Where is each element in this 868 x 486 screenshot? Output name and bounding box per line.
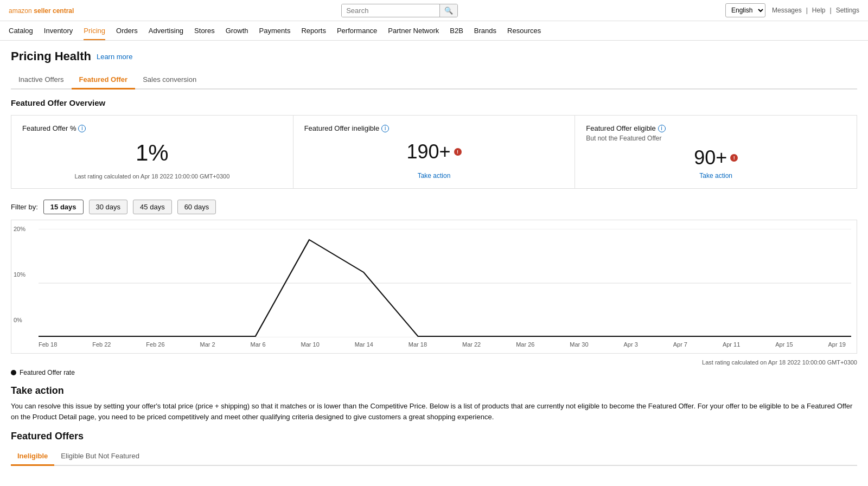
page-header: Pricing Health Learn more [11, 49, 857, 63]
help-link[interactable]: Help [812, 7, 826, 14]
nav-inventory[interactable]: Inventory [44, 21, 73, 40]
take-action-section: Take action You can resolve this issue b… [11, 385, 857, 422]
featured-offers-section: Featured Offers Ineligible Eligible But … [11, 431, 857, 466]
chart-svg [39, 229, 851, 337]
card1-rating-note: Last rating calculated on Apr 18 2022 10… [22, 173, 282, 180]
search-button[interactable]: 🔍 [439, 4, 457, 17]
separator2: | [830, 7, 832, 14]
legend-dot [11, 370, 16, 375]
x-label-feb26: Feb 26 [146, 341, 164, 348]
x-label-apr15: Apr 15 [775, 341, 793, 348]
x-label-apr3: Apr 3 [623, 341, 637, 348]
x-label-mar26: Mar 26 [516, 341, 534, 348]
x-label-apr7: Apr 7 [673, 341, 687, 348]
top-right-controls: English Messages | Help | Settings [725, 3, 859, 17]
card2-info-icon[interactable]: i [381, 125, 389, 132]
main-tabs: Inactive Offers Featured Offer Sales con… [11, 71, 857, 89]
card3-title: Featured Offer eligible i [586, 124, 846, 132]
card3-value: 90+ ! [586, 146, 846, 169]
cards-row: Featured Offer % i 1% Last rating calcul… [11, 115, 857, 189]
card3-alert: ! [730, 154, 738, 162]
x-label-mar30: Mar 30 [570, 341, 588, 348]
card3-action: Take action [586, 171, 846, 180]
language-select[interactable]: English [725, 3, 765, 17]
nav-resources[interactable]: Resources [507, 21, 541, 40]
card2-value: 190+ ! [304, 135, 564, 169]
card2-take-action[interactable]: Take action [418, 172, 451, 180]
nav-pricing[interactable]: Pricing [84, 21, 105, 40]
x-label-feb18: Feb 18 [39, 341, 57, 348]
settings-link[interactable]: Settings [836, 7, 859, 14]
logo: amazon seller central [9, 7, 74, 15]
x-label-mar10: Mar 10 [301, 341, 320, 348]
chart-container: 20% 10% 0% Feb 18 Feb 22 Feb 26 Mar 2 Ma… [11, 220, 857, 354]
filter-15days[interactable]: 15 days [43, 200, 84, 214]
card1-info-icon[interactable]: i [78, 125, 86, 132]
card3-take-action[interactable]: Take action [699, 172, 732, 180]
sub-tab-ineligible[interactable]: Ineligible [11, 447, 54, 466]
card-featured-offer-eligible: Featured Offer eligible i But not the Fe… [575, 116, 857, 188]
filter-45days[interactable]: 45 days [133, 200, 172, 214]
x-label-mar2: Mar 2 [200, 341, 215, 348]
chart-note: Last rating calculated on Apr 18 2022 10… [11, 359, 857, 366]
search-input[interactable] [342, 4, 439, 17]
card-featured-offer-pct: Featured Offer % i 1% Last rating calcul… [11, 116, 293, 188]
x-label-apr11: Apr 11 [723, 341, 740, 348]
card3-subtitle: But not the Featured Offer [586, 135, 846, 142]
nav-orders[interactable]: Orders [116, 21, 138, 40]
y-label-0: 0% [14, 317, 25, 323]
nav-reports[interactable]: Reports [301, 21, 326, 40]
x-label-mar14: Mar 14 [355, 341, 373, 348]
y-label-20: 20% [14, 226, 25, 232]
messages-link[interactable]: Messages [772, 7, 802, 14]
nav-partner-network[interactable]: Partner Network [388, 21, 439, 40]
take-action-description: You can resolve this issue by setting yo… [11, 401, 857, 422]
filter-30days[interactable]: 30 days [89, 200, 128, 214]
card2-action: Take action [304, 171, 564, 180]
tab-featured-offer[interactable]: Featured Offer [72, 71, 136, 89]
x-label-mar18: Mar 18 [409, 341, 427, 348]
y-label-10: 10% [14, 271, 25, 278]
search-bar[interactable]: 🔍 [341, 4, 458, 17]
chart-legend: Featured Offer rate [11, 369, 857, 376]
top-bar: amazon seller central 🔍 English Messages… [0, 0, 868, 21]
nav-catalog[interactable]: Catalog [9, 21, 33, 40]
page-content: Pricing Health Learn more Inactive Offer… [0, 41, 868, 475]
card2-title: Featured Offer ineligible i [304, 124, 564, 132]
filter-bar: Filter by: 15 days 30 days 45 days 60 da… [11, 200, 857, 214]
nav-brands[interactable]: Brands [474, 21, 496, 40]
legend-label: Featured Offer rate [20, 369, 75, 376]
page-title: Pricing Health [11, 49, 91, 63]
nav-stores[interactable]: Stores [194, 21, 215, 40]
nav-growth[interactable]: Growth [226, 21, 248, 40]
sub-tab-eligible-not-featured[interactable]: Eligible But Not Featured [54, 447, 146, 466]
filter-label: Filter by: [11, 203, 38, 211]
nav-advertising[interactable]: Advertising [149, 21, 183, 40]
card-featured-offer-ineligible: Featured Offer ineligible i 190+ ! Take … [293, 116, 576, 188]
card1-title: Featured Offer % i [22, 124, 282, 132]
take-action-title: Take action [11, 385, 857, 397]
filter-60days[interactable]: 60 days [177, 200, 216, 214]
card2-alert: ! [454, 148, 462, 156]
tab-sales-conversion[interactable]: Sales conversion [135, 71, 204, 89]
card1-value: 1% [22, 135, 282, 171]
nav-payments[interactable]: Payments [259, 21, 291, 40]
tab-inactive-offers[interactable]: Inactive Offers [11, 71, 72, 89]
x-label-mar6: Mar 6 [251, 341, 266, 348]
x-label-mar22: Mar 22 [462, 341, 481, 348]
card3-info-icon[interactable]: i [658, 125, 666, 132]
nav-bar: Catalog Inventory Pricing Orders Adverti… [0, 21, 868, 41]
section-title: Featured Offer Overview [11, 98, 857, 107]
separator1: | [806, 7, 808, 14]
featured-offers-title: Featured Offers [11, 431, 857, 442]
nav-performance[interactable]: Performance [337, 21, 377, 40]
nav-b2b[interactable]: B2B [450, 21, 463, 40]
top-links: Messages | Help | Settings [772, 7, 859, 14]
sub-tabs: Ineligible Eligible But Not Featured [11, 447, 857, 466]
x-label-feb22: Feb 22 [92, 341, 111, 348]
x-label-apr19: Apr 19 [828, 341, 846, 348]
learn-more-link[interactable]: Learn more [97, 53, 132, 61]
